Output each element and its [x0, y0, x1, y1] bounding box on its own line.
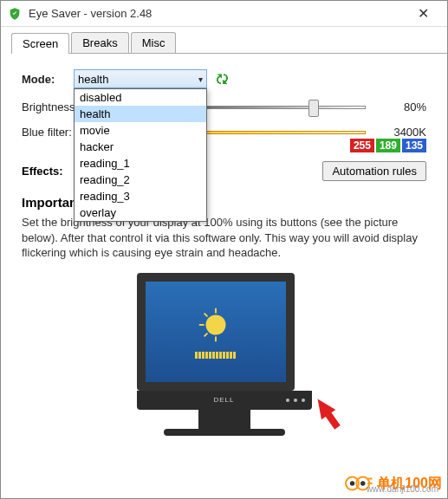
svg-line-4 [204, 313, 207, 316]
brightness-thumb[interactable] [308, 100, 319, 117]
svg-point-9 [360, 481, 365, 485]
loading-bar-icon [195, 352, 236, 359]
mode-row: Mode: health ▾ 🗘 disabled health movie h… [22, 69, 426, 88]
mode-option-reading-3[interactable]: reading_3 [75, 188, 206, 204]
mode-dropdown: disabled health movie hacker reading_1 r… [74, 88, 207, 222]
watermark: 单机100网 www.danji100.com [344, 474, 442, 493]
automation-rules-button[interactable]: Automation rules [322, 161, 426, 181]
mode-label: Mode: [22, 73, 74, 86]
blue-filter-label: Blue filter: [22, 126, 74, 139]
tab-screen[interactable]: Screen [11, 33, 69, 54]
monitor-bezel: DELL [137, 391, 312, 410]
svg-line-5 [204, 333, 207, 336]
tab-misc[interactable]: Misc [131, 32, 177, 53]
effects-label: Effects: [22, 165, 63, 178]
mode-selected-value: health [78, 73, 108, 86]
mode-select[interactable]: health ▾ [74, 69, 207, 88]
mode-option-movie[interactable]: movie [75, 122, 206, 139]
brightness-value: 80% [374, 100, 426, 113]
brightness-label: Brightness: [22, 100, 74, 113]
rgb-blue: 135 [402, 139, 426, 152]
app-shield-icon [8, 7, 22, 21]
svg-point-8 [350, 481, 354, 485]
monitor-brand: DELL [213, 396, 234, 404]
tab-breaks[interactable]: Breaks [71, 32, 128, 53]
mode-option-overlay[interactable]: overlay [75, 204, 206, 221]
monitor-screen [137, 273, 295, 391]
blue-filter-value: 3400K [374, 126, 426, 139]
chevron-down-icon: ▾ [198, 75, 203, 84]
watermark-url: www.danji100.com [367, 484, 438, 494]
refresh-icon[interactable]: 🗘 [216, 72, 229, 87]
mode-option-health[interactable]: health [75, 106, 206, 122]
rgb-red: 255 [350, 139, 374, 152]
tab-content: Mode: health ▾ 🗘 disabled health movie h… [1, 54, 447, 444]
monitor-illustration: DELL [22, 273, 426, 436]
svg-point-0 [205, 314, 225, 334]
sun-moon-icon [196, 305, 236, 345]
titlebar: Eye Saver - version 2.48 ✕ [1, 1, 447, 27]
tab-bar: Screen Breaks Misc [11, 32, 447, 54]
mode-option-reading-1[interactable]: reading_1 [75, 155, 206, 172]
mode-option-hacker[interactable]: hacker [75, 139, 206, 155]
rgb-green: 189 [376, 139, 400, 152]
mode-option-reading-2[interactable]: reading_2 [75, 172, 206, 188]
window-title: Eye Saver - version 2.48 [29, 7, 406, 20]
close-icon[interactable]: ✕ [406, 5, 440, 22]
mode-option-disabled[interactable]: disabled [75, 89, 206, 106]
